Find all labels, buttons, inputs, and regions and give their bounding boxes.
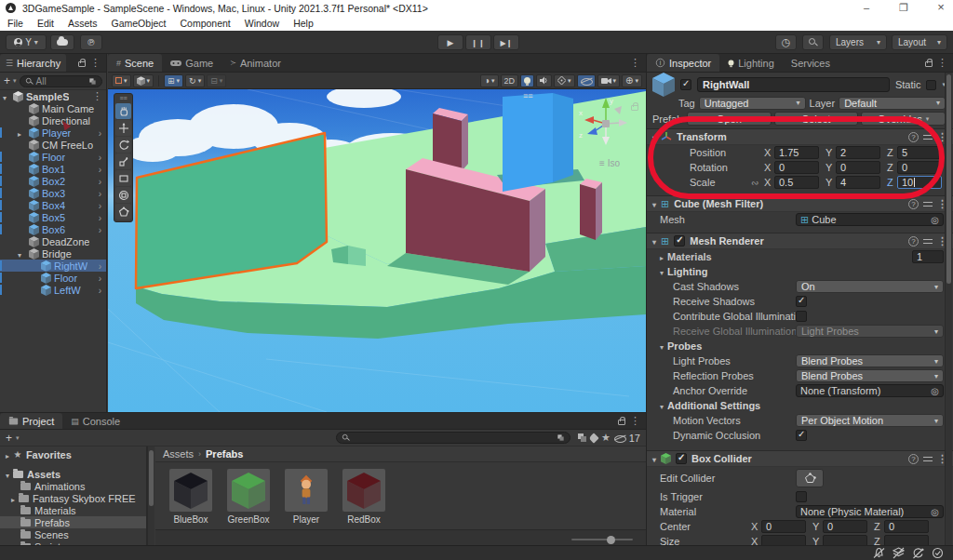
- tree-item-prefabs[interactable]: Prefabs: [0, 516, 146, 528]
- prefab-select-button[interactable]: Select: [774, 112, 859, 126]
- menu-assets[interactable]: Assets: [68, 18, 98, 29]
- presets-icon[interactable]: [923, 237, 933, 246]
- prefab-open-arrow[interactable]: [99, 164, 101, 175]
- search-by-label-icon[interactable]: [588, 433, 598, 443]
- asset-player[interactable]: Player: [278, 469, 334, 525]
- scene-audio-toggle[interactable]: [536, 74, 552, 87]
- prefab-open-arrow[interactable]: [99, 127, 101, 139]
- help-icon[interactable]: ?: [908, 199, 919, 209]
- probes-foldout[interactable]: Probes: [647, 339, 953, 353]
- notifications-muted-icon[interactable]: [873, 547, 885, 559]
- hierarchy-item-main-camera[interactable]: Main Came: [0, 102, 106, 114]
- hierarchy-item-directional-light[interactable]: Directional: [0, 114, 106, 127]
- inspector-scrollbar[interactable]: [945, 73, 952, 545]
- receive-gi-dropdown[interactable]: Light Probes: [796, 325, 944, 338]
- menu-help[interactable]: Help: [293, 18, 314, 29]
- lock-icon[interactable]: [618, 420, 625, 425]
- blue-box[interactable]: [503, 93, 573, 192]
- create-asset-button[interactable]: +: [6, 432, 12, 445]
- receive-shadows-checkbox[interactable]: [796, 296, 807, 307]
- sync-muted-icon[interactable]: [912, 547, 924, 559]
- scene-menu-icon[interactable]: [92, 90, 102, 102]
- boxcollider-header[interactable]: Box Collider ?: [647, 450, 953, 467]
- 2d-toggle[interactable]: 2D: [501, 74, 519, 87]
- contribute-gi-checkbox[interactable]: [796, 311, 807, 322]
- scale-z-field[interactable]: 10: [897, 176, 942, 189]
- overlay-handle[interactable]: ≡≡: [523, 91, 533, 100]
- prefab-open-button[interactable]: Open: [687, 112, 772, 126]
- size-z-field[interactable]: [884, 535, 929, 545]
- favorites-item[interactable]: Favorites: [0, 448, 146, 460]
- hierarchy-item-leftwall[interactable]: LeftW: [0, 284, 106, 296]
- hierarchy-item-player[interactable]: Player: [0, 127, 106, 139]
- presets-icon[interactable]: [923, 133, 933, 141]
- effects-dropdown[interactable]: ▾: [554, 74, 575, 87]
- hierarchy-item-box2[interactable]: Box2: [0, 175, 106, 187]
- rotate-tool-button[interactable]: [115, 137, 131, 153]
- hierarchy-search-input[interactable]: All: [20, 75, 102, 87]
- gizmos-dropdown[interactable]: ⊕▾: [622, 74, 642, 87]
- grid-snap-toggle[interactable]: ⊞▾: [164, 74, 183, 87]
- fold-icon[interactable]: [652, 198, 656, 209]
- materials-row[interactable]: Materials 1: [647, 249, 953, 264]
- account-button[interactable]: Y: [6, 34, 47, 50]
- hidden-packages-icon[interactable]: [614, 434, 625, 442]
- hierarchy-item-deadzone[interactable]: DeadZone: [0, 235, 106, 247]
- anchor-override-field[interactable]: None (Transform): [796, 384, 944, 397]
- tab-animator[interactable]: ≻Animator: [221, 54, 289, 72]
- minimize-button[interactable]: –: [852, 0, 880, 16]
- position-y-field[interactable]: 2: [836, 146, 880, 159]
- menu-edit[interactable]: Edit: [37, 18, 54, 29]
- is-trigger-checkbox[interactable]: [796, 491, 807, 502]
- hierarchy-item-bridge-floor[interactable]: Floor: [0, 272, 106, 284]
- prefab-open-arrow[interactable]: [99, 273, 101, 284]
- fold-icon[interactable]: [652, 235, 656, 247]
- fold-icon[interactable]: [660, 251, 664, 262]
- hierarchy-item-box1[interactable]: Box1: [0, 163, 106, 175]
- tree-item-scenes[interactable]: Scenes: [0, 528, 146, 540]
- fold-icon[interactable]: [3, 91, 7, 102]
- lock-icon[interactable]: [925, 61, 933, 67]
- tree-item-animations[interactable]: Animations: [0, 480, 146, 492]
- gizmo-x-cone[interactable]: [584, 116, 594, 124]
- presets-icon[interactable]: [923, 200, 933, 208]
- scale-y-field[interactable]: 4: [836, 176, 880, 189]
- position-z-field[interactable]: 5: [897, 146, 942, 159]
- camera-settings-dropdown[interactable]: ▾: [597, 74, 621, 87]
- rect-tool-button[interactable]: [115, 170, 131, 186]
- tool-handle-rotation-dropdown[interactable]: ▾: [133, 74, 154, 87]
- size-x-field[interactable]: [761, 535, 806, 545]
- cloud-button[interactable]: [50, 34, 74, 50]
- hierarchy-item-box3[interactable]: Box3: [0, 187, 106, 199]
- asset-greenbox[interactable]: GreenBox: [221, 469, 276, 525]
- undo-history-button[interactable]: [775, 34, 797, 50]
- breadcrumb-current[interactable]: Prefabs: [206, 448, 243, 460]
- fold-icon[interactable]: [18, 248, 21, 260]
- prefab-open-arrow[interactable]: [99, 285, 101, 296]
- hierarchy-item-rightwall[interactable]: RightW: [0, 260, 106, 272]
- layers-muted-icon[interactable]: [893, 547, 905, 559]
- link-scale-icon[interactable]: ∾: [751, 178, 764, 188]
- reflection-probes-dropdown[interactable]: Blend Probes: [796, 369, 944, 382]
- maroon-box-right[interactable]: [580, 179, 602, 240]
- tool-handle-position-dropdown[interactable]: ▾: [112, 74, 131, 87]
- additional-settings-foldout[interactable]: Additional Settings: [647, 398, 953, 413]
- tab-console[interactable]: ▤Console: [62, 413, 128, 429]
- slider-knob[interactable]: [607, 536, 615, 544]
- maroon-box-small[interactable]: [433, 108, 468, 171]
- tag-dropdown[interactable]: Untagged: [699, 97, 806, 110]
- materials-count-field[interactable]: 1: [912, 250, 944, 263]
- hierarchy-item-box6[interactable]: Box6: [0, 223, 106, 235]
- lock-icon[interactable]: [78, 61, 86, 67]
- check-circle-icon[interactable]: [932, 547, 944, 559]
- transform-tool-button[interactable]: [115, 187, 131, 203]
- edit-collider-button[interactable]: [796, 469, 824, 487]
- menu-gameobject[interactable]: GameObject: [112, 18, 167, 29]
- search-everything-button[interactable]: [802, 34, 824, 50]
- tree-item-materials[interactable]: Materials: [0, 504, 146, 516]
- project-search-input[interactable]: [336, 432, 570, 444]
- meshrenderer-header[interactable]: ⊞ Mesh Renderer ?: [647, 233, 953, 249]
- tab-game[interactable]: Game: [162, 54, 221, 72]
- thumbnail-size-slider[interactable]: [571, 539, 633, 540]
- prefab-open-arrow[interactable]: [99, 188, 101, 199]
